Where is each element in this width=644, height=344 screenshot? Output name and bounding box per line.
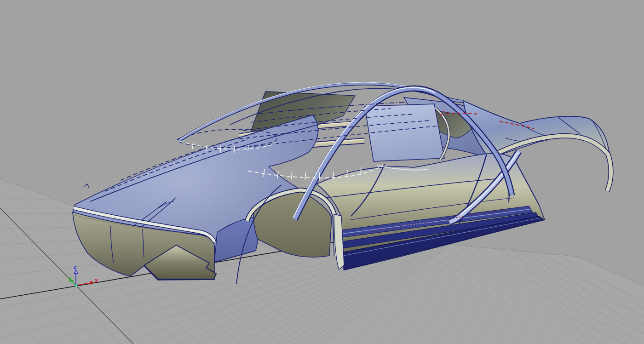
side-window[interactable] [365,104,444,161]
y-axis-label: y [68,275,71,282]
x-axis-label: x [95,277,98,284]
z-axis-label: z [73,264,76,270]
viewport-canvas[interactable]: z y x [0,0,644,344]
cad-viewport[interactable]: z y x [0,0,644,344]
origin-point [75,285,77,287]
